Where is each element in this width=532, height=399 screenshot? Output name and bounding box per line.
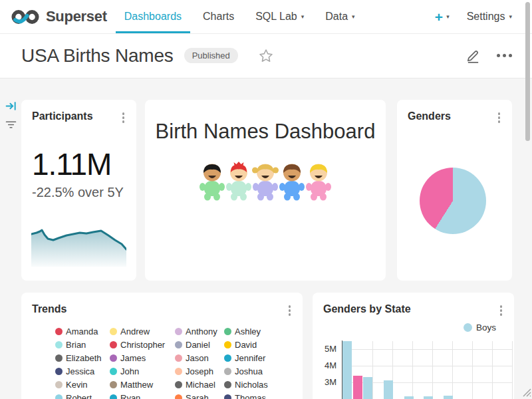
bar-girls[interactable]	[353, 376, 362, 399]
card-markdown: Birth Names Dashboard	[145, 100, 386, 281]
caret-down-icon: ▾	[446, 14, 450, 20]
y-axis-tick: 3M	[317, 377, 336, 387]
legend-item-daniel[interactable]: Daniel	[175, 338, 224, 351]
settings-menu[interactable]: Settings ▾	[467, 11, 512, 23]
more-horizontal-icon[interactable]	[494, 51, 515, 60]
header-actions	[466, 48, 515, 64]
nav-item-dashboards[interactable]: Dashboards	[114, 0, 192, 33]
legend-item-joseph[interactable]: Joseph	[175, 364, 224, 378]
card-trends: Trends AmandaAndrewAnthonyAshleyBrianChr…	[21, 293, 303, 399]
markdown-heading: Birth Names Dashboard	[145, 120, 386, 144]
legend-item-thomas[interactable]: Thomas	[224, 391, 288, 399]
legend-item-michael[interactable]: Michael	[175, 378, 224, 391]
legend-item-joshua[interactable]: Joshua	[224, 364, 288, 378]
card-genders-by-state: Genders by State Boys 5M4M3M	[313, 293, 514, 399]
big-number-subheader: -22.5% over 5Y	[32, 185, 124, 200]
legend-item-ashley[interactable]: Ashley	[224, 325, 288, 338]
legend-item-ryan[interactable]: Ryan	[110, 391, 175, 399]
legend-item-jason[interactable]: Jason	[175, 351, 224, 364]
nav-item-charts[interactable]: Charts	[192, 0, 245, 33]
kebab-menu-icon[interactable]	[120, 110, 128, 125]
genders-by-state-bar-chart[interactable]: 5M4M3M	[313, 293, 514, 399]
bar-boys[interactable]	[404, 396, 414, 399]
kebab-menu-icon[interactable]	[495, 110, 503, 125]
legend-item-james[interactable]: James	[110, 351, 175, 364]
expand-filter-bar-icon[interactable]	[5, 100, 17, 114]
settings-label: Settings	[467, 11, 505, 23]
gridline	[342, 366, 512, 366]
card-title: Genders	[408, 110, 451, 122]
y-axis-tick: 5M	[317, 344, 336, 354]
plus-icon: +	[435, 10, 443, 24]
legend-item-andrew[interactable]: Andrew	[110, 325, 175, 338]
bar-boys[interactable]	[363, 377, 372, 399]
legend-item-jennifer[interactable]: Jennifer	[224, 351, 288, 364]
nav-right: + ▾ Settings ▾	[435, 10, 532, 24]
legend-item-christopher[interactable]: Christopher	[110, 338, 175, 351]
legend-item-sarah[interactable]: Sarah	[175, 391, 224, 399]
bar-boys[interactable]	[424, 396, 433, 399]
card-genders: Genders	[397, 100, 512, 281]
dashboard-grid: Participants 1.11M -22.5% over 5Y Birth …	[0, 79, 532, 399]
legend-item-kevin[interactable]: Kevin	[55, 378, 110, 391]
edit-pencil-icon[interactable]	[466, 48, 481, 64]
gridline	[372, 341, 373, 399]
legend-item-robert[interactable]: Robert	[55, 391, 110, 399]
favorite-star-icon[interactable]	[258, 48, 274, 64]
navbar: Superset DashboardsChartsSQL Lab▾Data▾ +…	[0, 0, 532, 34]
genders-pie-chart[interactable]	[420, 168, 486, 234]
trends-legend: AmandaAndrewAnthonyAshleyBrianChristophe…	[55, 325, 288, 399]
gridline	[342, 349, 512, 350]
dashboard-header: USA Births Names Published	[0, 33, 532, 78]
card-participants: Participants 1.11M -22.5% over 5Y	[21, 100, 136, 281]
nav-menu: DashboardsChartsSQL Lab▾Data▾	[114, 0, 366, 33]
legend-item-john[interactable]: John	[110, 364, 175, 378]
gridline	[492, 341, 493, 399]
bar-boys[interactable]	[444, 396, 453, 399]
babies-illustration	[199, 161, 332, 202]
resize-handle-icon[interactable]	[521, 386, 531, 399]
gridline	[452, 341, 453, 399]
published-badge[interactable]: Published	[184, 48, 238, 63]
legend-item-elizabeth[interactable]: Elizabeth	[55, 351, 110, 364]
y-axis-tick: 4M	[317, 360, 336, 370]
card-title: Trends	[32, 303, 66, 315]
kebab-menu-icon[interactable]	[286, 303, 294, 318]
brand-name: Superset	[46, 8, 107, 25]
gridline	[512, 341, 513, 399]
bar-boys[interactable]	[384, 380, 393, 399]
legend-item-matthew[interactable]: Matthew	[110, 378, 175, 391]
caret-down-icon: ▾	[509, 14, 512, 20]
trendline-chart	[31, 229, 126, 267]
bar-boys[interactable]	[342, 341, 352, 399]
filter-icon[interactable]	[5, 119, 17, 133]
page-title: USA Births Names	[21, 45, 174, 66]
gridline	[432, 341, 433, 399]
new-button[interactable]: + ▾	[435, 10, 450, 24]
nav-item-sql-lab[interactable]: SQL Lab▾	[245, 0, 315, 33]
brand-logo[interactable]: Superset	[0, 8, 107, 26]
gridline	[472, 341, 473, 399]
superset-logo-icon	[10, 8, 41, 26]
nav-item-data[interactable]: Data▾	[315, 0, 365, 33]
legend-item-amanda[interactable]: Amanda	[55, 325, 110, 338]
legend-item-jessica[interactable]: Jessica	[55, 364, 110, 378]
legend-item-anthony[interactable]: Anthony	[175, 325, 224, 338]
big-number-value: 1.11M	[32, 146, 111, 182]
legend-item-brian[interactable]: Brian	[55, 338, 110, 351]
legend-item-nicholas[interactable]: Nicholas	[224, 378, 288, 391]
page-scrollbar[interactable]	[525, 2, 530, 141]
legend-item-david[interactable]: David	[224, 338, 288, 351]
gridline	[412, 341, 413, 399]
card-title: Participants	[32, 110, 93, 122]
